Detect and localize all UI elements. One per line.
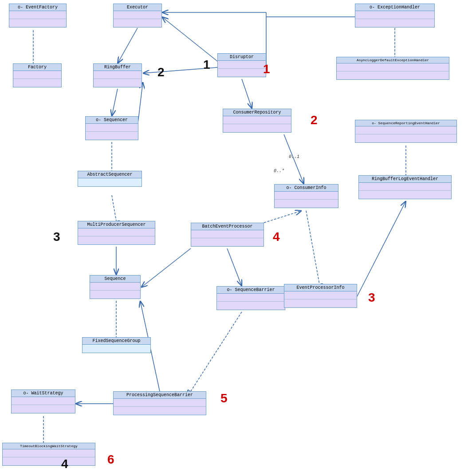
- svg-line-22: [284, 134, 304, 184]
- box-section: [94, 71, 142, 79]
- box-section: [218, 61, 266, 69]
- uml-box-ringbufferlogeventhandler: RingBufferLogEventHandler: [358, 175, 452, 199]
- box-title-multiproducersequencer: MultiProducerSequencer: [78, 221, 155, 228]
- box-title-processingsequencebarrier: ProcessingSequenceBarrier: [114, 392, 206, 399]
- box-title-asyncloggerdefaultexceptionhandler: AsyncLoggerDefaultExceptionHandler: [337, 57, 449, 63]
- box-section: [223, 124, 291, 132]
- box-title-timeoutblockingwaitstrategy: TimeoutBlockingWaitStrategy: [3, 443, 95, 449]
- annotation-ann1-black: 1: [203, 58, 210, 72]
- box-title-eventfactory: o- EventFactory: [9, 4, 66, 11]
- svg-line-19: [191, 312, 242, 391]
- box-section: [9, 11, 66, 19]
- box-section: [114, 19, 161, 27]
- box-section: [191, 230, 264, 238]
- box-title-factory: Factory: [13, 64, 61, 71]
- svg-line-6: [162, 17, 217, 61]
- uml-box-disruptor: Disruptor: [217, 53, 266, 77]
- uml-box-multiproducersequencer: MultiProducerSequencer: [78, 221, 155, 245]
- annotation-ann1: 1: [263, 62, 270, 76]
- box-section: [359, 191, 451, 199]
- annotation-ann4-red: 4: [273, 230, 280, 244]
- box-title-ringbuffer: RingBuffer: [94, 64, 142, 71]
- box-title-consumerinfo: o- ConsumerInfo: [275, 185, 338, 192]
- box-section: [78, 236, 155, 244]
- annotation-ann6-red: 6: [107, 452, 114, 467]
- box-section: [13, 71, 61, 79]
- box-title-waitstrategy: o- WaitStrategy: [12, 390, 75, 397]
- box-section: [12, 397, 75, 405]
- multiplicity-0: 0..1: [289, 154, 299, 159]
- box-section: [12, 405, 75, 413]
- uml-box-timeoutblockingwaitstrategy: TimeoutBlockingWaitStrategy: [2, 443, 95, 466]
- uml-diagram: o- EventFactoryFactoryExecutorDisruptorR…: [0, 0, 472, 476]
- box-title-disruptor: Disruptor: [218, 54, 266, 61]
- box-title-sequencebarrier: o- SequenceBarrier: [217, 287, 285, 294]
- box-section: [359, 183, 451, 191]
- svg-line-17: [141, 248, 191, 287]
- box-section: [3, 457, 95, 465]
- annotation-ann3-black: 3: [53, 230, 60, 244]
- uml-box-ringbuffer: RingBuffer: [93, 63, 142, 87]
- box-section: [114, 407, 206, 415]
- uml-box-asyncloggerdefaultexceptionhandler: AsyncLoggerDefaultExceptionHandler: [336, 57, 449, 80]
- uml-box-sequence: Sequence: [90, 275, 141, 299]
- uml-box-eventprocessorinfo: EventProcessorInfo: [284, 284, 357, 308]
- uml-box-factory: Factory: [13, 63, 62, 87]
- annotation-ann4-black: 4: [61, 457, 68, 471]
- svg-line-7: [242, 79, 252, 109]
- box-section: [78, 228, 155, 236]
- box-section: [90, 283, 140, 291]
- box-section: [355, 19, 434, 27]
- uml-box-eventfactory: o- EventFactory: [9, 4, 67, 28]
- box-section: [217, 302, 285, 310]
- box-section: [90, 291, 140, 299]
- svg-line-14: [112, 195, 116, 221]
- uml-box-fixedsequencegroup: FixedSequenceGroup: [82, 337, 151, 353]
- box-section: [86, 132, 138, 140]
- box-title-ringbufferlogeventhandler: RingBufferLogEventHandler: [359, 176, 451, 183]
- box-section: [191, 238, 264, 246]
- annotation-ann3-red: 3: [368, 291, 375, 305]
- uml-box-processingsequencebarrier: ProcessingSequenceBarrier: [113, 391, 206, 415]
- box-title-batcheventprocessor: BatchEventProcessor: [191, 223, 264, 230]
- uml-box-exceptionhandler: o- ExceptionHandler: [355, 4, 435, 28]
- svg-line-4: [118, 28, 138, 63]
- box-section: [114, 11, 161, 19]
- svg-line-18: [227, 248, 242, 286]
- uml-box-abstractsequencer: AbstractSequencer: [78, 171, 142, 187]
- uml-box-sequencebarrier: o- SequenceBarrier: [216, 286, 285, 310]
- svg-line-12: [112, 89, 118, 116]
- box-section: [355, 134, 456, 142]
- box-section: [94, 79, 142, 87]
- box-section: [13, 79, 61, 87]
- box-section: [355, 126, 456, 134]
- box-section: [223, 116, 291, 124]
- uml-box-consumerrepository: ConsumerRepository: [223, 109, 291, 133]
- box-section: [275, 200, 338, 208]
- box-section: [284, 299, 357, 307]
- uml-box-batcheventprocessor: BatchEventProcessor: [191, 223, 264, 247]
- box-title-consumerrepository: ConsumerRepository: [223, 109, 291, 116]
- box-section: [337, 63, 449, 71]
- box-section: [337, 71, 449, 79]
- svg-line-23: [306, 211, 319, 284]
- uml-box-sequencereportingeventhandler: o- SequenceReportingEventHandler: [355, 120, 457, 143]
- uml-box-sequencer: o- Sequencer: [85, 116, 138, 140]
- box-title-abstractsequencer: AbstractSequencer: [78, 171, 142, 178]
- box-title-sequence: Sequence: [90, 275, 140, 283]
- box-section: [284, 291, 357, 299]
- box-section: [9, 19, 66, 27]
- box-title-executor: Executor: [114, 4, 161, 11]
- svg-line-28: [357, 201, 406, 296]
- box-title-sequencereportingeventhandler: o- SequenceReportingEventHandler: [355, 120, 456, 126]
- box-section: [3, 449, 95, 457]
- box-section: [218, 69, 266, 77]
- svg-line-24: [264, 211, 302, 223]
- uml-box-consumerinfo: o- ConsumerInfo: [274, 184, 338, 208]
- uml-box-waitstrategy: o- WaitStrategy: [11, 389, 75, 413]
- box-section: [83, 345, 150, 353]
- annotation-ann5-red: 5: [220, 391, 228, 405]
- box-title-exceptionhandler: o- ExceptionHandler: [355, 4, 434, 11]
- box-section: [217, 294, 285, 302]
- box-section: [114, 399, 206, 407]
